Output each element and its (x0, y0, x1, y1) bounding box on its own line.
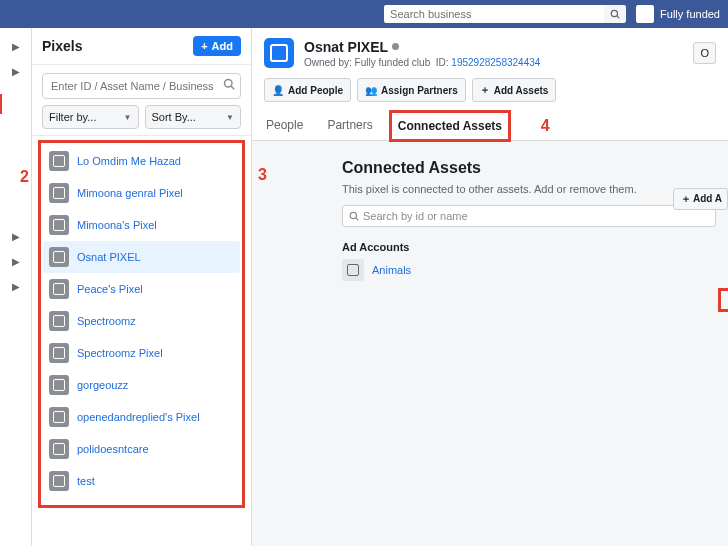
pixel-item-name: polidoesntcare (77, 443, 149, 455)
pixel-item-icon (49, 407, 69, 427)
pixel-item-name: Spectroomz (77, 315, 136, 327)
pixel-list-item[interactable]: Lo Omdim Me Hazad (43, 145, 240, 177)
annotation-number-4: 4 (541, 117, 550, 135)
plus-icon: + (201, 40, 207, 52)
pixels-panel: Pixels +Add Filter by...▼ Sort By...▼ Lo… (32, 28, 252, 546)
people-icon: 👥 (365, 85, 377, 96)
pixel-item-icon (49, 311, 69, 331)
pixel-list-item[interactable]: Mimoona genral Pixel (43, 177, 240, 209)
asset-search-input[interactable]: Search by id or name (342, 205, 716, 227)
pixel-item-icon (49, 215, 69, 235)
pixel-item-name: test (77, 475, 95, 487)
category-nav: ▶ ▶ ▶ ▶ ▶ (0, 28, 32, 546)
chevron-right-icon[interactable]: ▶ (12, 41, 20, 52)
chevron-right-icon[interactable]: ▶ (12, 66, 20, 77)
chevron-down-icon: ▼ (124, 113, 132, 122)
pixel-icon (264, 38, 294, 68)
tab-partners[interactable]: Partners (325, 112, 374, 140)
status-dot-icon (392, 43, 399, 50)
account-avatar[interactable] (636, 5, 654, 23)
pixel-item-name: Peace's Pixel (77, 283, 143, 295)
svg-point-2 (225, 80, 233, 88)
global-search (384, 5, 626, 23)
pixel-item-icon (49, 439, 69, 459)
ad-account-icon (342, 259, 364, 281)
connected-asset-row[interactable]: Animals (342, 259, 716, 281)
pixel-list-item[interactable]: Peace's Pixel (43, 273, 240, 305)
add-assets-button[interactable]: ＋Add Assets (472, 78, 557, 102)
group-label: Ad Accounts (342, 241, 716, 253)
chevron-down-icon: ▼ (226, 113, 234, 122)
panel-title: Pixels (42, 38, 82, 54)
top-navbar: Fully funded (0, 0, 728, 28)
annotation-box-right (718, 288, 728, 312)
asset-subtitle: Owned by: Fully funded club ID: 19529282… (304, 57, 540, 68)
svg-line-3 (231, 86, 234, 89)
search-icon (349, 211, 359, 221)
annotation-number-3: 3 (258, 166, 267, 184)
section-heading: Connected Assets (342, 159, 716, 177)
account-name[interactable]: Fully funded (660, 8, 720, 20)
tab-people[interactable]: People (264, 112, 305, 140)
annotation-number-2: 2 (20, 168, 29, 186)
plus-icon: ＋ (480, 83, 490, 97)
person-plus-icon: 👤 (272, 85, 284, 96)
svg-point-0 (611, 10, 617, 16)
pixel-item-name: openedandreplied's Pixel (77, 411, 200, 423)
pixel-item-name: Mimoona's Pixel (77, 219, 157, 231)
main-panel: Osnat PIXEL Owned by: Fully funded club … (252, 28, 728, 546)
add-assets-side-button[interactable]: ＋ Add A (673, 188, 729, 210)
svg-point-4 (350, 212, 356, 218)
open-button[interactable]: O (693, 42, 716, 64)
annotation-marker-1 (0, 94, 2, 114)
chevron-right-icon[interactable]: ▶ (12, 256, 20, 267)
sort-dropdown[interactable]: Sort By...▼ (145, 105, 242, 129)
pixel-list-item[interactable]: Osnat PIXEL (43, 241, 240, 273)
section-description: This pixel is connected to other assets.… (342, 183, 716, 195)
pixel-item-name: Lo Omdim Me Hazad (77, 155, 181, 167)
pixel-item-icon (49, 375, 69, 395)
pixel-item-name: Osnat PIXEL (77, 251, 141, 263)
svg-line-1 (617, 16, 620, 19)
pixel-search-input[interactable] (42, 73, 241, 99)
asset-title: Osnat PIXEL (304, 39, 388, 55)
asset-id-link[interactable]: 1952928258324434 (451, 57, 540, 68)
annotation-box-4: Connected Assets (389, 110, 511, 142)
pixel-item-icon (49, 183, 69, 203)
assign-partners-button[interactable]: 👥Assign Partners (357, 78, 466, 102)
pixel-item-icon (49, 343, 69, 363)
pixel-item-icon (49, 279, 69, 299)
pixel-list-item[interactable]: Spectroomz (43, 305, 240, 337)
pixel-list-item[interactable]: polidoesntcare (43, 433, 240, 465)
tab-connected-assets[interactable]: Connected Assets (396, 115, 504, 137)
pixel-list-item[interactable]: test (43, 465, 240, 497)
pixel-item-icon (49, 151, 69, 171)
chevron-right-icon[interactable]: ▶ (12, 231, 20, 242)
pixel-item-icon (49, 471, 69, 491)
pixel-item-icon (49, 247, 69, 267)
chevron-right-icon[interactable]: ▶ (12, 281, 20, 292)
connected-asset-name: Animals (372, 264, 411, 276)
pixel-item-name: Mimoona genral Pixel (77, 187, 183, 199)
pixel-item-name: Spectroomz Pixel (77, 347, 163, 359)
add-pixel-button[interactable]: +Add (193, 36, 241, 56)
annotation-box-2: Lo Omdim Me HazadMimoona genral PixelMim… (38, 140, 245, 508)
svg-line-5 (356, 218, 359, 221)
pixel-list-item[interactable]: Spectroomz Pixel (43, 337, 240, 369)
filter-dropdown[interactable]: Filter by...▼ (42, 105, 139, 129)
global-search-button[interactable] (604, 5, 626, 23)
search-icon (223, 78, 235, 93)
global-search-input[interactable] (384, 5, 604, 23)
pixel-list-item[interactable]: gorgeouzz (43, 369, 240, 401)
add-people-button[interactable]: 👤Add People (264, 78, 351, 102)
pixel-list-item[interactable]: openedandreplied's Pixel (43, 401, 240, 433)
pixel-item-name: gorgeouzz (77, 379, 128, 391)
pixel-list-item[interactable]: Mimoona's Pixel (43, 209, 240, 241)
